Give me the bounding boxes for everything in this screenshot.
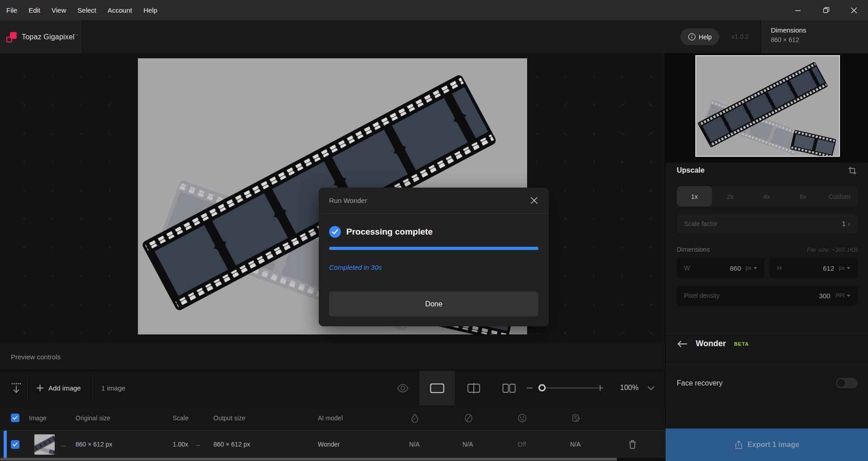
wonder-section-title: Wonder (696, 339, 726, 348)
dialog-close-icon[interactable] (529, 196, 538, 205)
zoom-slider-knob[interactable] (538, 384, 546, 391)
crop-button[interactable] (848, 166, 857, 177)
run-wonder-dialog: Run Wonder Processing complete Completed… (319, 188, 549, 326)
crop-icon (848, 166, 857, 175)
row-checkbox[interactable] (11, 440, 19, 449)
collapse-panel-button[interactable] (11, 371, 22, 405)
width-label: W (684, 264, 690, 272)
check-icon (13, 416, 18, 420)
navigator-thumbnail[interactable] (695, 55, 840, 157)
row-scale: 1.00x (173, 431, 188, 458)
split-view-icon (467, 382, 481, 394)
zoom-menu-button[interactable] (647, 371, 655, 405)
zoom-slider-track[interactable] (538, 387, 599, 389)
section-divider (665, 334, 868, 334)
export-button[interactable]: Export 1 image (665, 428, 868, 461)
face-recovery-label: Face recovery (677, 379, 722, 387)
col-ai-model: AI model (318, 405, 343, 430)
menu-help[interactable]: Help (143, 6, 157, 14)
menu-account[interactable]: Account (108, 6, 132, 14)
col-scale: Scale (173, 405, 189, 430)
dimensions-label: Dimensions (771, 26, 868, 34)
film-grain-icon (572, 414, 581, 423)
app-version: v1.0.2 (731, 33, 749, 40)
upscale-option-2x[interactable]: 2x (712, 186, 749, 207)
upscale-option-1x[interactable]: 1x (677, 186, 712, 207)
width-field[interactable]: W 860 px (677, 258, 764, 278)
add-image-label: Add image (48, 384, 81, 392)
help-label: Help (699, 33, 712, 41)
scale-factor-field[interactable]: Scale factor 1 x (677, 214, 858, 234)
scale-arrow: → (194, 431, 201, 458)
chevron-down-icon[interactable] (847, 295, 850, 297)
dimensions-value: 860 × 612 (771, 36, 868, 43)
face-recovery-smiley-icon (518, 414, 527, 423)
menu-view[interactable]: View (52, 6, 66, 14)
export-label: Export 1 image (747, 441, 799, 449)
dialog-titlebar: Run Wonder (319, 188, 549, 214)
status-text: Processing complete (346, 227, 433, 237)
col-original-size: Original size (75, 405, 110, 430)
menu-select[interactable]: Select (77, 6, 96, 14)
brand-name: Topaz Gigapixel™ (22, 33, 78, 41)
file-size-estimate: File size: ~360.1KB (807, 246, 858, 253)
section-divider (665, 364, 868, 364)
menu-edit[interactable]: Edit (28, 6, 40, 14)
width-unit: px (745, 265, 751, 271)
filename-ellipsis: ... (61, 431, 66, 458)
plus-icon (36, 384, 44, 392)
select-all-checkbox[interactable] (11, 414, 19, 422)
dimensions-section-label: Dimensions (677, 246, 710, 253)
menu-file[interactable]: File (6, 6, 17, 14)
chevron-down-icon[interactable] (754, 267, 757, 269)
row-thumbnail[interactable] (34, 434, 55, 455)
topaz-logo-icon (6, 32, 17, 42)
row-output-size: 860 × 612 px (213, 431, 250, 458)
close-button[interactable] (840, 0, 868, 20)
beta-badge: BETA (734, 341, 749, 347)
progress-bar (329, 247, 538, 250)
pixel-density-unit: PPI (836, 292, 844, 299)
done-button[interactable]: Done (329, 292, 538, 316)
delete-image-button[interactable] (628, 431, 637, 458)
single-view-icon (430, 383, 444, 393)
back-arrow-icon[interactable] (677, 340, 688, 348)
add-image-button[interactable]: Add image (36, 371, 81, 405)
minimize-button[interactable] (784, 0, 812, 20)
single-view-button[interactable] (420, 371, 455, 405)
upscale-section-title: Upscale (677, 166, 704, 174)
side-by-side-view-button[interactable] (493, 371, 525, 405)
split-view-button[interactable] (458, 371, 490, 405)
minus-icon (526, 385, 533, 391)
brand-block: Topaz Gigapixel™ (0, 20, 83, 53)
zoom-out-button[interactable] (526, 371, 533, 405)
help-button[interactable]: Help (680, 28, 719, 45)
face-recovery-toggle[interactable] (836, 378, 858, 388)
restore-button[interactable] (812, 0, 840, 20)
progress-fill (329, 247, 538, 250)
height-field[interactable]: H 612 px (770, 258, 858, 278)
sharpen-lens-icon (464, 414, 473, 423)
upscale-option-4x[interactable]: 4x (749, 186, 785, 207)
height-unit: px (839, 265, 844, 271)
row-ai-model: Wonder (318, 431, 340, 458)
collapse-panel-icon (11, 382, 22, 394)
toolbar-divider (92, 374, 93, 402)
col-output-size: Output size (213, 405, 245, 430)
info-icon (688, 33, 696, 41)
dimensions-readout: Dimensions 860 × 612 (760, 20, 868, 53)
export-icon (735, 440, 743, 449)
menu-bar: File Edit View Select Account Help (0, 6, 157, 14)
scale-factor-value: 1 (842, 220, 845, 227)
image-table-row[interactable]: ... 860 × 612 px 1.00x → 860 × 612 px Wo… (0, 430, 665, 458)
chevron-down-icon[interactable] (847, 267, 850, 269)
upscale-option-custom[interactable]: Custom (821, 186, 858, 207)
horizontal-scrollbar[interactable] (0, 458, 617, 461)
upscale-option-6x[interactable]: 6x (785, 186, 821, 207)
row-denoise-value: N/A (409, 431, 420, 458)
denoise-droplet-icon (411, 414, 419, 423)
pixel-density-field[interactable]: Pixel density 300 PPI (677, 286, 858, 306)
compare-visibility-button[interactable] (397, 371, 409, 405)
face-recovery-row: Face recovery (677, 378, 858, 388)
width-value: 860 (730, 264, 741, 272)
